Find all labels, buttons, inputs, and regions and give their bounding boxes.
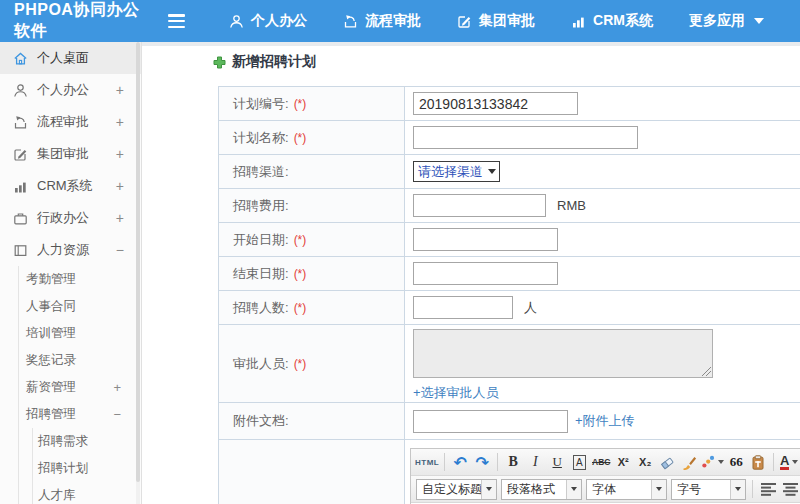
editor-toolbar-row-2: 自定义标题 段落格式 字体 字号 xyxy=(411,476,800,503)
html-source-button[interactable]: HTML xyxy=(415,452,439,473)
topnav-crm-system[interactable]: CRM系统 xyxy=(571,12,653,30)
superscript-button[interactable]: X² xyxy=(613,452,633,473)
sidebar-item-desktop[interactable]: 个人桌面 xyxy=(0,42,141,74)
required-mark: (*) xyxy=(294,233,307,247)
sidebar-scrollbar[interactable] xyxy=(136,42,140,504)
form-row-plan-number: 计划编号: (*) xyxy=(219,87,800,121)
align-left-icon[interactable] xyxy=(758,479,778,500)
sidebar-item-talent-pool[interactable]: 人才库 xyxy=(33,482,141,504)
form-row-plan-name: 计划名称: (*) xyxy=(219,121,800,155)
end-date-input[interactable] xyxy=(413,262,558,285)
sidebar-item-group-approval[interactable]: 集团审批 + xyxy=(0,138,141,170)
font-family-combo[interactable]: 字体 xyxy=(586,479,667,500)
caret-down-icon[interactable] xyxy=(566,480,581,499)
form-row-approvers: 审批人员: (*) +选择审批人员 xyxy=(219,325,800,403)
field-label: 招聘人数: xyxy=(233,299,289,317)
resize-grip-icon[interactable] xyxy=(702,367,711,376)
start-date-input[interactable] xyxy=(413,228,558,251)
caret-down-icon[interactable] xyxy=(730,480,745,499)
color-brush-icon[interactable] xyxy=(701,452,724,473)
select-approvers-link[interactable]: +选择审批人员 xyxy=(413,384,499,402)
attachment-upload-link[interactable]: +附件上传 xyxy=(575,412,635,430)
sidebar-item-recruit-plan[interactable]: 招聘计划 xyxy=(33,455,141,482)
home-icon xyxy=(13,51,28,66)
underline-button[interactable]: U xyxy=(547,452,567,473)
app-brand[interactable]: PHPOA协同办公软件 xyxy=(0,0,156,42)
blockquote-button[interactable]: 66 xyxy=(726,452,746,473)
sidebar-item-process-approval[interactable]: 流程审批 + xyxy=(0,106,141,138)
undo-icon[interactable]: ↶ xyxy=(450,452,470,473)
sidebar-item-hr-contract[interactable]: 人事合同 xyxy=(19,293,141,320)
expand-plus-icon[interactable]: + xyxy=(113,380,121,395)
expand-plus-icon[interactable]: + xyxy=(116,210,124,226)
sidebar-item-training[interactable]: 培训管理 xyxy=(19,320,141,347)
paragraph-format-combo[interactable]: 段落格式 xyxy=(501,479,582,500)
sidebar-item-recruit-demand[interactable]: 招聘需求 xyxy=(33,428,141,455)
sidebar-item-salary[interactable]: 薪资管理 + xyxy=(19,374,141,401)
form-row-attachment: 附件文档: +附件上传 xyxy=(219,403,800,440)
briefcase-icon xyxy=(13,211,28,226)
sidebar-item-recruitment[interactable]: 招聘管理 − xyxy=(19,401,141,428)
field-label: 附件文档: xyxy=(233,412,289,430)
sidebar-item-crm[interactable]: CRM系统 + xyxy=(0,170,141,202)
redo-icon[interactable]: ↷ xyxy=(472,452,492,473)
plan-name-input[interactable] xyxy=(413,126,638,149)
topnav-personal-office[interactable]: 个人办公 xyxy=(229,12,307,30)
font-size-combo[interactable]: 字号 xyxy=(671,479,746,500)
field-label: 招聘渠道: xyxy=(233,163,289,181)
font-color-button[interactable]: A xyxy=(779,452,799,473)
attachment-input[interactable] xyxy=(413,410,568,433)
headcount-input[interactable] xyxy=(413,296,513,319)
field-label: 开始日期: xyxy=(233,231,289,249)
expand-plus-icon[interactable]: + xyxy=(116,146,124,162)
caret-down-icon[interactable] xyxy=(651,480,666,499)
custom-title-combo[interactable]: 自定义标题 xyxy=(416,479,497,500)
expand-plus-icon[interactable]: + xyxy=(116,178,124,194)
collapse-minus-icon[interactable]: − xyxy=(116,242,124,258)
sidebar-item-hr[interactable]: 人力资源 − xyxy=(0,234,141,266)
top-shadow-strip xyxy=(142,42,800,46)
form-row-channel: 招聘渠道: 请选择渠道 xyxy=(219,155,800,189)
fee-input[interactable] xyxy=(413,194,546,217)
caret-down-icon xyxy=(792,460,798,464)
subscript-button[interactable]: X₂ xyxy=(635,452,655,473)
channel-select[interactable]: 请选择渠道 xyxy=(413,161,500,182)
sidebar-item-personal-office[interactable]: 个人办公 + xyxy=(0,74,141,106)
hamburger-menu-icon[interactable] xyxy=(168,14,185,28)
field-label: 计划名称: xyxy=(233,129,289,147)
required-mark: (*) xyxy=(294,301,307,315)
expand-plus-icon[interactable]: + xyxy=(116,82,124,98)
bold-button[interactable]: B xyxy=(503,452,523,473)
caret-down-icon xyxy=(718,460,724,464)
form-row-editor: HTML ↶ ↷ B I U A ABC X² X₂ xyxy=(219,440,800,504)
process-icon xyxy=(13,115,28,130)
topnav-group-approval[interactable]: 集团审批 xyxy=(457,12,535,30)
form-row-end-date: 结束日期: (*) xyxy=(219,257,800,291)
sidebar-navigation: 个人桌面 个人办公 + 流程审批 + 集团审批 + CRM系统 + xyxy=(0,42,142,504)
caret-down-icon[interactable] xyxy=(481,480,496,499)
paste-icon[interactable] xyxy=(748,452,768,473)
strikethrough-button[interactable]: ABC xyxy=(591,452,611,473)
format-brush-icon[interactable] xyxy=(679,452,699,473)
plan-number-input[interactable] xyxy=(413,92,578,115)
topnav-more-apps[interactable]: 更多应用 xyxy=(689,12,764,30)
eraser-icon[interactable] xyxy=(657,452,677,473)
recruitment-plan-form: 计划编号: (*) 计划名称: (*) 招聘渠道: 请选择渠道 xyxy=(218,86,800,504)
rich-text-editor: HTML ↶ ↷ B I U A ABC X² X₂ xyxy=(410,448,800,504)
italic-button[interactable]: I xyxy=(525,452,545,473)
sidebar-item-attendance[interactable]: 考勤管理 xyxy=(19,266,141,293)
sidebar-item-admin-office[interactable]: 行政办公 + xyxy=(0,202,141,234)
headcount-unit-label: 人 xyxy=(524,299,537,317)
form-row-start-date: 开始日期: (*) xyxy=(219,223,800,257)
field-label: 计划编号: xyxy=(233,95,289,113)
expand-plus-icon[interactable]: + xyxy=(116,114,124,130)
form-row-headcount: 招聘人数: (*) 人 xyxy=(219,291,800,325)
top-navigation: 个人办公 流程审批 集团审批 CRM系统 更 xyxy=(229,12,800,30)
align-center-icon[interactable] xyxy=(780,479,800,500)
approvers-textarea[interactable] xyxy=(413,329,713,378)
sidebar-item-rewards[interactable]: 奖惩记录 xyxy=(19,347,141,374)
collapse-minus-icon[interactable]: − xyxy=(113,407,121,422)
font-style-button[interactable]: A xyxy=(573,455,586,470)
chart-icon xyxy=(13,179,28,194)
topnav-process-approval[interactable]: 流程审批 xyxy=(343,12,421,30)
